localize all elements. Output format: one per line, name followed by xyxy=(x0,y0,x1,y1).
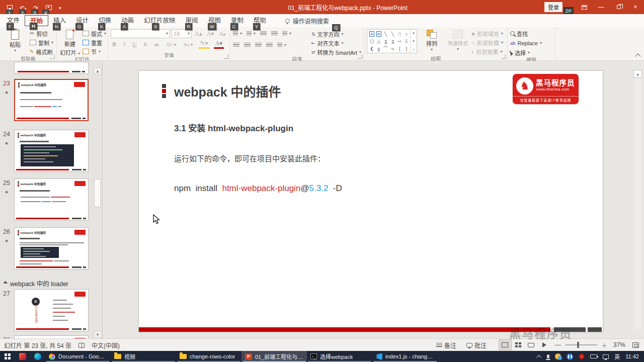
shapes-gallery[interactable]: AA ╲╲ □○ ▢△ ʓʓ ⇨⇩ ❮ƍ ⌒∿ {} ▴▾▿ xyxy=(367,29,417,53)
battery-icon[interactable] xyxy=(590,354,597,358)
taskbar-folder-videos[interactable]: 视频 xyxy=(111,351,176,362)
columns-button[interactable]: ▾ xyxy=(277,41,286,49)
section-header-loader[interactable]: webpack 中的 loader xyxy=(4,279,68,288)
drawing-dialog-launcher[interactable] xyxy=(501,54,506,59)
cut-button[interactable]: ✂剪切 xyxy=(30,29,53,38)
justify-button[interactable] xyxy=(266,41,273,49)
tab-help[interactable]: 帮助Y xyxy=(249,15,271,26)
editor-scroll-up-button[interactable]: ▲ xyxy=(633,70,642,78)
indent-increase-button[interactable] xyxy=(271,29,278,38)
convert-smartart-button[interactable]: ⇄转换为 SmartArt▾ xyxy=(311,48,361,56)
minimize-button[interactable]: — xyxy=(593,0,610,14)
reset-button[interactable]: 重置 xyxy=(83,38,106,47)
clock[interactable]: 11:42 xyxy=(625,353,639,359)
tab-slideshow[interactable]: 幻灯片放映S xyxy=(139,15,181,26)
taskbar-vscode-window[interactable]: index1.js - change-r... xyxy=(372,351,438,362)
login-button[interactable]: 登录 ZP xyxy=(544,2,562,12)
slide-command-text[interactable]: npm install html-webpack-plugin@5.3.2 -D xyxy=(174,184,342,194)
thumbs-scroll-down-button[interactable]: ▼ xyxy=(94,331,102,338)
copy-button[interactable]: 复制▾ xyxy=(30,38,53,47)
pause-recording-icon[interactable]: ❚❚ xyxy=(567,353,573,360)
bullets-button[interactable]: ▾ xyxy=(233,29,242,38)
decrease-font-icon[interactable]: A▾ xyxy=(205,30,216,38)
text-direction-button[interactable]: ⇅文字方向▾ xyxy=(311,30,361,38)
underline-button[interactable]: U xyxy=(131,41,138,48)
thumbs-scrollbar-thumb[interactable] xyxy=(94,179,101,207)
align-left-button[interactable] xyxy=(233,41,239,49)
align-right-button[interactable] xyxy=(255,41,262,49)
zoom-level[interactable]: 37% xyxy=(611,341,627,348)
change-case-button[interactable]: Aa ▾ xyxy=(182,42,194,47)
zoom-out-button[interactable]: — xyxy=(555,341,561,348)
tab-record[interactable]: 录制C xyxy=(226,15,249,26)
strikethrough2-button[interactable]: ab xyxy=(152,42,160,47)
tab-design[interactable]: 设计G xyxy=(71,15,94,26)
align-center-button[interactable] xyxy=(244,41,251,49)
language-indicator[interactable]: 中文(中国) xyxy=(92,341,120,349)
font-dialog-launcher[interactable] xyxy=(224,54,228,59)
display-network-icon[interactable] xyxy=(603,354,609,359)
slide-canvas[interactable]: webpack 中的插件 3.1 安装 html-webpack-plugin … xyxy=(138,70,603,332)
format-painter-button[interactable]: ✎格式刷 xyxy=(30,47,53,56)
section-button[interactable]: 节▾ xyxy=(83,47,106,56)
character-spacing-button[interactable]: AV ▾ xyxy=(165,42,178,47)
comments-button[interactable]: 批注 xyxy=(461,339,492,351)
shape-outline-button[interactable]: ▱形状轮廓▾ xyxy=(471,38,503,47)
new-slide-button[interactable]: 新建 幻灯片 ▾ xyxy=(59,29,80,56)
editor-scrollbar-track[interactable] xyxy=(634,79,641,329)
record-icon[interactable] xyxy=(579,353,585,359)
tray-expand-icon[interactable] xyxy=(536,354,541,359)
zoom-slider[interactable] xyxy=(565,344,597,345)
select-button[interactable]: 选择▾ xyxy=(510,48,530,57)
tab-review[interactable]: 审阅R xyxy=(181,15,203,26)
fit-to-window-button[interactable] xyxy=(627,339,644,351)
bold-button[interactable]: B xyxy=(111,41,118,48)
tab-animations[interactable]: 动画A xyxy=(116,15,139,26)
font-name-select[interactable]: ▾ xyxy=(111,29,170,38)
taskbar-powerpoint-window[interactable]: P01_前端工程化与we... xyxy=(242,351,307,362)
paragraph-dialog-launcher[interactable] xyxy=(358,54,362,59)
weather-app-icon[interactable] xyxy=(555,353,561,359)
shape-effects-button[interactable]: ◐形状效果▾ xyxy=(471,47,503,56)
pinned-app-icon[interactable] xyxy=(15,351,30,362)
strikethrough-button[interactable]: S xyxy=(142,41,149,48)
zoom-in-button[interactable]: ＋ xyxy=(601,341,607,349)
shapes-gallery-scrollbar[interactable]: ▴▾▿ xyxy=(410,30,417,53)
slide-body-text[interactable]: 运行如下的命令，即可在项目中安装此插件： xyxy=(174,153,325,163)
ime-indicator[interactable]: 英 xyxy=(614,352,620,360)
notes-button[interactable]: 备注 xyxy=(431,339,461,351)
restore-button[interactable] xyxy=(610,0,627,14)
zoom-slider-thumb[interactable] xyxy=(577,342,579,348)
layout-button[interactable]: 版式▾ xyxy=(83,29,106,38)
ribbon-display-options-button[interactable] xyxy=(576,0,593,14)
start-button[interactable] xyxy=(0,351,15,362)
arrange-button[interactable]: 排列 ▾ xyxy=(419,29,444,52)
tab-file[interactable]: 文件F xyxy=(2,15,25,26)
proofing-icon[interactable] xyxy=(78,343,85,348)
increase-font-icon[interactable]: A▴ xyxy=(193,30,204,38)
slide-subtitle[interactable]: 3.1 安装 html-webpack-plugin xyxy=(174,121,293,134)
taskbar-folder-change-rows-color[interactable]: change-rows-color xyxy=(176,351,242,362)
tab-transitions[interactable]: 切换K xyxy=(94,15,116,26)
edge-icon[interactable] xyxy=(30,351,45,362)
font-size-select[interactable]: 18▾ xyxy=(172,29,192,38)
thumbs-scroll-up-button[interactable]: ▲ xyxy=(94,67,102,74)
slide-thumbnail-panel[interactable]: 23 ★ webpack 中的插件 24 ★ web xyxy=(0,61,103,338)
customize-qat-icon[interactable]: ▾ xyxy=(59,5,61,11)
taskbar-chrome-window[interactable]: Document - Google... xyxy=(45,351,111,362)
quick-styles-button[interactable]: 快速样式 ▾ xyxy=(446,29,469,51)
shape-fill-button[interactable]: ◆形状填充▾ xyxy=(471,29,503,38)
highlight-color-button[interactable]: ✎▾ xyxy=(199,40,210,49)
tell-me-search[interactable]: 操作说明搜索 Q xyxy=(285,17,329,25)
microphone-icon[interactable] xyxy=(547,354,549,358)
indent-decrease-button[interactable] xyxy=(260,29,267,38)
tab-home[interactable]: 开始H xyxy=(25,15,48,26)
font-color-button[interactable]: A▾ xyxy=(214,40,224,49)
tab-view[interactable]: 视图W xyxy=(203,15,226,26)
clear-formatting-icon[interactable]: A𝄪 xyxy=(217,30,227,38)
italic-button[interactable]: I xyxy=(122,41,127,48)
paste-button[interactable]: 粘贴 ▾ xyxy=(3,29,28,53)
tab-insert[interactable]: 插入N xyxy=(48,15,71,26)
slide-title[interactable]: webpack 中的插件 xyxy=(174,82,281,100)
line-spacing-button[interactable]: ▾ xyxy=(282,29,291,38)
